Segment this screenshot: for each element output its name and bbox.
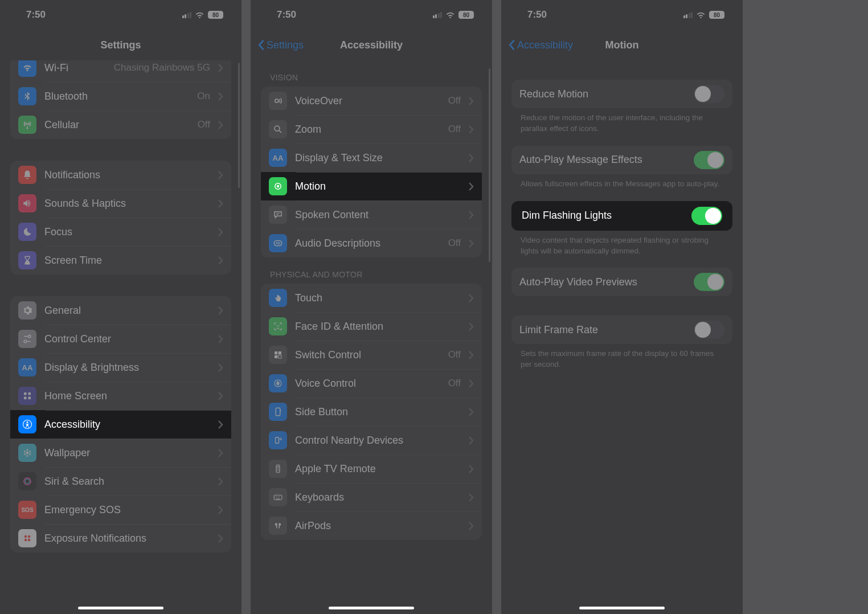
svg-rect-34: [276, 437, 279, 444]
row-side-button[interactable]: Side Button: [261, 398, 482, 426]
row-motion[interactable]: Motion: [261, 172, 482, 200]
flower-icon: [18, 444, 36, 462]
settings-row-exposure[interactable]: Exposure Notifications: [10, 524, 231, 552]
nav-bar: Accessibility Motion: [501, 30, 743, 60]
svg-point-36: [277, 466, 279, 468]
settings-row-cellular[interactable]: Cellular Off: [10, 110, 231, 139]
grid-icon: [18, 387, 36, 405]
row-voiceover[interactable]: VoiceOver Off: [261, 87, 482, 115]
svg-point-15: [24, 535, 27, 538]
chevron-right-icon: [469, 493, 474, 502]
hourglass-icon: [18, 251, 36, 269]
svg-rect-29: [275, 355, 277, 358]
chevron-right-icon: [469, 465, 474, 473]
svg-point-12: [24, 451, 26, 453]
settings-row-sounds[interactable]: Sounds & Haptics: [10, 189, 231, 218]
phone-settings: 7:50 80 Settings Wi-Fi Chasing Rainbows …: [0, 0, 241, 614]
svg-point-14: [25, 479, 30, 484]
settings-row-siri[interactable]: Siri & Search: [10, 467, 231, 496]
settings-row-home-screen[interactable]: Home Screen: [10, 382, 231, 410]
status-bar: 7:50 80: [501, 0, 743, 30]
chevron-right-icon: [218, 256, 223, 265]
motion-list[interactable]: Reduce Motion Reduce the motion of the u…: [501, 60, 743, 614]
text-size-icon: AA: [269, 149, 287, 167]
wifi-icon: [445, 11, 455, 19]
phone-motion: 7:50 80 Accessibility Motion Reduce Moti…: [501, 0, 743, 614]
settings-row-emergency-sos[interactable]: SOS Emergency SOS: [10, 496, 231, 524]
status-bar: 7:50 80: [251, 0, 492, 30]
row-display-text-size[interactable]: AA Display & Text Size: [261, 144, 482, 172]
keyboard-icon: [269, 488, 287, 506]
row-zoom[interactable]: Zoom Off: [261, 115, 482, 144]
settings-row-control-center[interactable]: Control Center: [10, 325, 231, 353]
row-audio-descriptions[interactable]: AD Audio Descriptions Off: [261, 229, 482, 257]
settings-row-bluetooth[interactable]: Bluetooth On: [10, 82, 231, 110]
home-indicator[interactable]: [329, 607, 414, 609]
face-id-icon: [269, 317, 287, 335]
row-auto-play-message-effects[interactable]: Auto-Play Message Effects: [511, 146, 732, 174]
settings-row-general[interactable]: General: [10, 296, 231, 325]
signal-icon: [683, 11, 693, 18]
chevron-right-icon: [218, 477, 223, 486]
settings-row-focus[interactable]: Focus: [10, 218, 231, 246]
svg-rect-3: [28, 397, 31, 400]
accessibility-icon: [18, 415, 36, 433]
row-spoken-content[interactable]: Spoken Content: [261, 200, 482, 229]
toggle-dim-flashing-lights[interactable]: [691, 207, 722, 225]
svg-point-25: [276, 325, 277, 326]
chevron-right-icon: [469, 182, 474, 191]
nav-bar: Settings: [0, 30, 241, 60]
accessibility-list[interactable]: VISION VoiceOver Off Zoom Off AA Display…: [251, 60, 492, 614]
chevron-right-icon: [469, 322, 474, 331]
motion-icon: [269, 177, 287, 195]
signal-icon: [182, 11, 192, 18]
voiceover-icon: [269, 92, 287, 110]
switch-control-icon: [269, 346, 287, 364]
chevron-right-icon: [469, 351, 474, 359]
row-voice-control[interactable]: Voice Control Off: [261, 369, 482, 398]
svg-point-39: [277, 470, 278, 472]
svg-point-5: [27, 421, 28, 423]
row-face-id[interactable]: Face ID & Attention: [261, 312, 482, 341]
svg-point-8: [29, 451, 31, 453]
row-touch[interactable]: Touch: [261, 284, 482, 312]
toggle-auto-play-video[interactable]: [694, 273, 724, 291]
voice-control-icon: [269, 374, 287, 392]
row-nearby-devices[interactable]: Control Nearby Devices: [261, 426, 482, 455]
toggle-limit-frame-rate[interactable]: [694, 321, 724, 339]
chevron-right-icon: [469, 211, 474, 219]
moon-icon: [18, 223, 36, 241]
settings-list[interactable]: Wi-Fi Chasing Rainbows 5G Bluetooth On C…: [0, 60, 241, 614]
row-limit-frame-rate[interactable]: Limit Frame Rate: [511, 316, 732, 344]
battery-icon: 80: [208, 11, 223, 19]
row-reduce-motion[interactable]: Reduce Motion: [511, 80, 732, 108]
back-button[interactable]: Accessibility: [508, 39, 573, 51]
back-button[interactable]: Settings: [257, 39, 304, 51]
svg-point-22: [277, 185, 280, 188]
row-keyboards[interactable]: Keyboards: [261, 483, 482, 511]
scrollbar[interactable]: [489, 68, 490, 410]
settings-row-wallpaper[interactable]: Wallpaper: [10, 439, 231, 467]
settings-row-accessibility[interactable]: Accessibility: [10, 410, 231, 439]
row-auto-play-video-previews[interactable]: Auto-Play Video Previews: [511, 268, 732, 296]
chevron-right-icon: [218, 335, 223, 343]
row-switch-control[interactable]: Switch Control Off: [261, 341, 482, 369]
exposure-icon: [18, 529, 36, 547]
toggle-reduce-motion[interactable]: [694, 85, 724, 103]
settings-row-notifications[interactable]: Notifications: [10, 161, 231, 189]
speech-bubble-icon: [269, 206, 287, 224]
row-dim-flashing-lights[interactable]: Dim Flashing Lights: [511, 201, 732, 231]
row-apple-tv-remote[interactable]: Apple TV Remote: [261, 455, 482, 483]
scrollbar[interactable]: [238, 63, 240, 319]
settings-row-wifi[interactable]: Wi-Fi Chasing Rainbows 5G: [10, 60, 231, 82]
signal-icon: [433, 11, 443, 18]
home-indicator[interactable]: [78, 607, 163, 609]
chevron-right-icon: [469, 436, 474, 445]
settings-row-display[interactable]: AA Display & Brightness: [10, 353, 231, 382]
status-time: 7:50: [277, 9, 296, 21]
toggle-auto-play-message[interactable]: [694, 151, 724, 169]
chevron-right-icon: [218, 171, 223, 179]
settings-row-screen-time[interactable]: Screen Time: [10, 246, 231, 275]
row-airpods[interactable]: AirPods: [261, 511, 482, 540]
home-indicator[interactable]: [579, 607, 665, 609]
